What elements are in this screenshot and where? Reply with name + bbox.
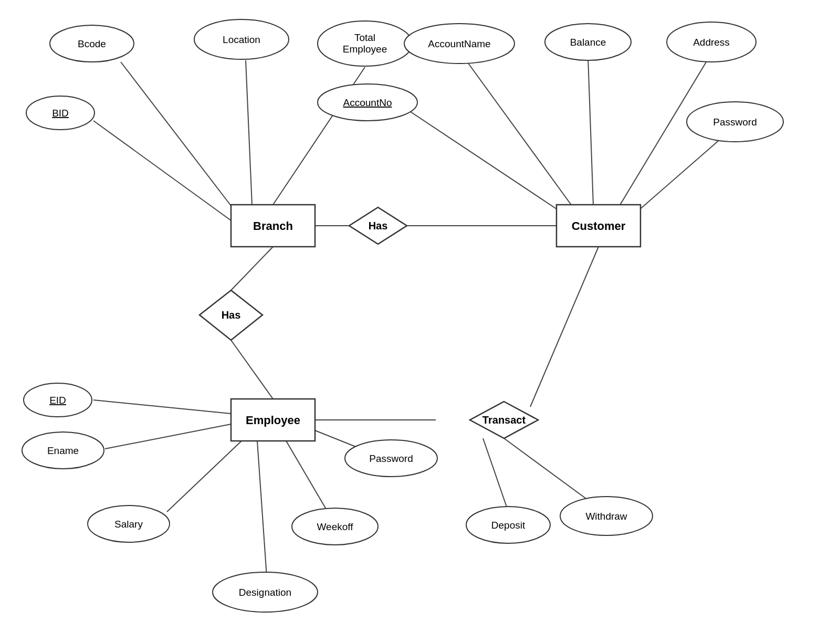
customer-label: Customer [572, 219, 626, 233]
total-employee-label2: Employee [343, 44, 387, 55]
svg-line-17 [93, 400, 231, 414]
svg-line-16 [504, 438, 593, 504]
password-employee-label: Password [369, 453, 413, 464]
svg-line-13 [530, 247, 598, 407]
has-branch-employee-label: Has [222, 309, 241, 321]
weekoff-label: Weekoff [317, 521, 353, 532]
address-label: Address [693, 37, 730, 48]
has-branch-customer-label: Has [369, 220, 388, 231]
withdraw-label: Withdraw [585, 511, 627, 522]
password-customer-label: Password [713, 117, 757, 128]
svg-line-15 [483, 438, 509, 514]
svg-line-21 [286, 441, 331, 517]
ename-label: Ename [47, 445, 79, 456]
accountname-label: AccountName [428, 38, 490, 49]
bid-label: BID [52, 108, 69, 119]
accountno-label: AccountNo [343, 97, 392, 108]
bcode-label: Bcode [78, 38, 106, 49]
svg-line-19 [167, 441, 242, 512]
svg-line-12 [231, 340, 273, 399]
transact-label: Transact [482, 414, 526, 426]
svg-line-0 [121, 62, 231, 206]
svg-line-1 [246, 60, 252, 205]
salary-label: Salary [114, 519, 143, 530]
deposit-label: Deposit [491, 520, 526, 531]
svg-line-11 [231, 247, 273, 290]
balance-label: Balance [570, 37, 606, 48]
svg-line-3 [93, 121, 231, 220]
branch-label: Branch [253, 219, 293, 233]
designation-label: Designation [239, 587, 291, 598]
svg-line-5 [588, 57, 593, 205]
total-employee-label: Total [354, 32, 375, 43]
location-label: Location [223, 34, 260, 45]
svg-line-8 [630, 129, 732, 218]
svg-line-18 [105, 424, 231, 449]
svg-line-20 [257, 441, 267, 576]
svg-line-7 [404, 108, 564, 214]
eid-label: EID [49, 395, 66, 406]
employee-label: Employee [246, 414, 300, 427]
